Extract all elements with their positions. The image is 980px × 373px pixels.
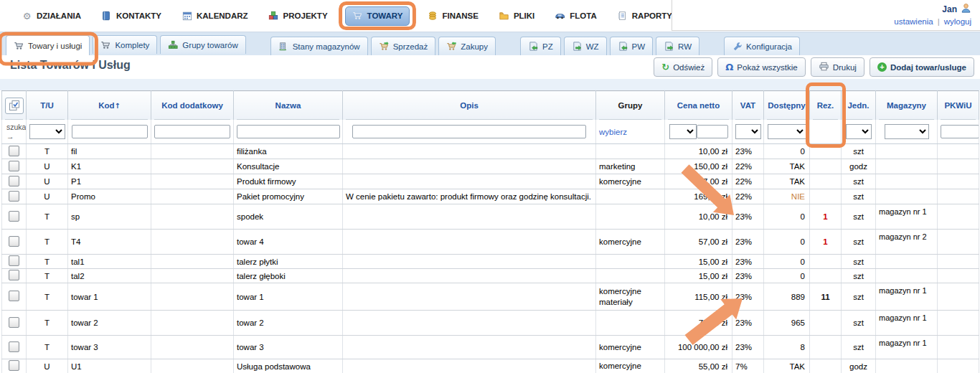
drukuj-button[interactable]: Drukuj xyxy=(811,57,864,77)
column-header-magazyny[interactable]: Magazyny xyxy=(876,91,938,121)
cell-magazyny: magazyn nr 1 xyxy=(876,311,938,336)
row-checkbox[interactable] xyxy=(9,255,19,266)
doc-in-icon xyxy=(618,42,628,52)
cell-select xyxy=(2,189,27,204)
column-header-grupy[interactable]: Grupy xyxy=(596,91,665,121)
table-row-towar-3[interactable]: Ttowar 3towar 3komercyjne100 000,00 zł23… xyxy=(2,336,979,359)
menu-item-pliki[interactable]: PLIKI xyxy=(496,7,537,25)
filter-opis-input[interactable] xyxy=(352,125,586,138)
cell-kod-dodatkowy xyxy=(151,230,234,255)
row-checkbox[interactable] xyxy=(9,191,19,202)
odswiez-button[interactable]: ↻Odśwież xyxy=(654,57,712,77)
tab-grupy-towarow[interactable]: Grupy towarów xyxy=(160,35,245,54)
table-row-tal2[interactable]: Ttal2talerz głęboki15,00 zł23%0szt xyxy=(2,269,979,283)
header-underline xyxy=(668,119,729,120)
filter-kod-dodatkowy-input[interactable] xyxy=(154,125,230,138)
table-row-k1[interactable]: UK1Konsultacjemarketing150,00 zł22%TAKgo… xyxy=(2,159,979,174)
column-header-tu[interactable]: T/U xyxy=(27,91,68,121)
filter-cena-netto-input[interactable] xyxy=(697,125,728,138)
cell-magazyny xyxy=(876,174,938,189)
menu-item-kontakty[interactable]: KONTAKTY xyxy=(98,7,164,25)
row-checkbox[interactable] xyxy=(9,317,19,328)
dodaj-towar-usluge-button[interactable]: +Dodaj towar/usluge xyxy=(870,57,974,77)
table-row-tal1[interactable]: Ttal1talerz płytki15,00 zł23%0szt xyxy=(2,255,979,269)
table-row-towar-2[interactable]: Ttowar 2towar 275,00 zł23%965sztmagazyn … xyxy=(2,311,979,336)
menu-item-dzialania[interactable]: ⚙DZIAŁANIA xyxy=(19,7,84,25)
row-checkbox[interactable] xyxy=(9,161,19,171)
cell-rez xyxy=(810,189,842,204)
filter-dostepny-select[interactable] xyxy=(768,124,806,139)
column-header-jedn[interactable]: Jedn. xyxy=(842,91,876,121)
tab-konfiguracja[interactable]: Konfiguracja xyxy=(724,37,800,55)
select-all-button[interactable] xyxy=(5,98,24,114)
row-checkbox[interactable] xyxy=(9,176,19,186)
filter-cena-netto-operator-select[interactable] xyxy=(669,124,697,139)
tab-zakupy[interactable]: Zakupy xyxy=(438,37,496,55)
menu-item-projekty[interactable]: PROJEKTY xyxy=(265,7,331,25)
table-row-fil[interactable]: Tfilfiliżanka10,00 zł23%0szt xyxy=(2,144,979,159)
column-header-nazwa[interactable]: Nazwa xyxy=(234,91,343,121)
menu-item-finanse[interactable]: FINANSE xyxy=(424,7,481,25)
cell-jedn: szt xyxy=(842,189,876,204)
column-header-rez[interactable]: Rez. xyxy=(810,91,842,121)
row-checkbox[interactable] xyxy=(9,341,19,352)
filter-kod-input[interactable] xyxy=(72,125,148,138)
row-checkbox[interactable] xyxy=(9,360,19,371)
menu-item-towary[interactable]: TOWARY xyxy=(345,6,410,26)
menu-item-flota[interactable]: FLOTA xyxy=(552,7,599,25)
filter-jedn-select[interactable] xyxy=(846,124,872,139)
header-underline xyxy=(237,119,339,120)
cell-jedn: szt xyxy=(842,204,876,230)
column-label: Jedn. xyxy=(847,101,869,110)
row-checkbox[interactable] xyxy=(9,236,19,247)
cell-pkwiu xyxy=(938,283,979,311)
cart-out-icon xyxy=(379,42,390,52)
column-header-pkwiu[interactable]: PKWiU xyxy=(938,91,979,121)
row-checkbox[interactable] xyxy=(9,146,19,156)
column-header-vat[interactable]: VAT xyxy=(732,91,764,121)
tab-pw[interactable]: PW xyxy=(610,37,654,55)
row-checkbox[interactable] xyxy=(9,270,19,280)
table-row-sp[interactable]: Tspspodek10,00 zł23%01sztmagazyn nr 1 xyxy=(2,204,979,230)
settings-link[interactable]: ustawienia xyxy=(894,17,933,26)
column-header-cena-netto[interactable]: Cena netto xyxy=(665,91,732,121)
pokaz-wszystkie-button[interactable]: ΩPokaż wszystkie xyxy=(717,57,805,77)
filter-pkwiu-input[interactable] xyxy=(941,125,979,138)
cell-cena-netto: 75,00 zł xyxy=(665,311,732,336)
tab-towary-i-uslugi[interactable]: Towary i usługi xyxy=(6,35,90,55)
table-row-promo[interactable]: UPromoPakiet promocyjnyW cenie pakietu z… xyxy=(2,189,979,204)
filter-nazwa-input[interactable] xyxy=(237,125,340,138)
filter-magazyny-select[interactable] xyxy=(885,124,929,139)
tab-sprzedaz[interactable]: Sprzedaż xyxy=(371,37,436,55)
row-checkbox[interactable] xyxy=(9,211,19,222)
cell-vat: 23% xyxy=(732,255,764,269)
tab-rw[interactable]: RW xyxy=(656,37,699,55)
column-label: Dostępny xyxy=(768,101,805,110)
table-row-t4[interactable]: TT4towar 4komercyjne57,00 zł23%01sztmaga… xyxy=(2,230,979,255)
tab-komplety[interactable]: Komplety xyxy=(93,35,157,54)
column-header-opis[interactable]: Opis xyxy=(343,91,596,121)
menu-item-raporty[interactable]: RAPORTY xyxy=(614,7,675,25)
filter-tu-select[interactable] xyxy=(29,124,65,139)
menu-item-kalendarz[interactable]: KALENDARZ xyxy=(179,7,251,25)
row-checkbox[interactable] xyxy=(9,291,19,301)
cell-opis xyxy=(343,283,596,311)
table-row-p1[interactable]: UP1Produkt firmowykomercyjne47,00 zł22%T… xyxy=(2,174,979,189)
logout-link[interactable]: wyloguj xyxy=(944,17,971,26)
column-label: VAT xyxy=(740,101,755,110)
column-header-kod[interactable]: Kod↑ xyxy=(68,91,151,121)
header-underline xyxy=(844,119,872,120)
tab-stany-magazynow[interactable]: Stany magazynów xyxy=(270,37,368,55)
cell-nazwa: towar 2 xyxy=(234,311,343,336)
tab-wz[interactable]: WZ xyxy=(564,37,607,55)
column-header-dostepny[interactable]: Dostępny xyxy=(764,91,810,121)
filter-grupy-choose-link[interactable]: wybierz xyxy=(599,128,627,136)
column-header-kod-dodatkowy[interactable]: Kod dodatkowy xyxy=(151,91,234,121)
cell-jedn: godz xyxy=(842,159,876,174)
cell-tu: U xyxy=(27,159,68,174)
tab-pz[interactable]: PZ xyxy=(520,37,561,55)
table-row-towar-1[interactable]: Ttowar 1towar 1komercyjne materiały115,0… xyxy=(2,283,979,311)
filter-vat-select[interactable] xyxy=(735,124,761,139)
menu-item-label: DZIAŁANIA xyxy=(37,11,81,20)
table-row-u1[interactable]: UU1Usługa podstawowakomercyjne55,00 zł7%… xyxy=(2,359,979,373)
